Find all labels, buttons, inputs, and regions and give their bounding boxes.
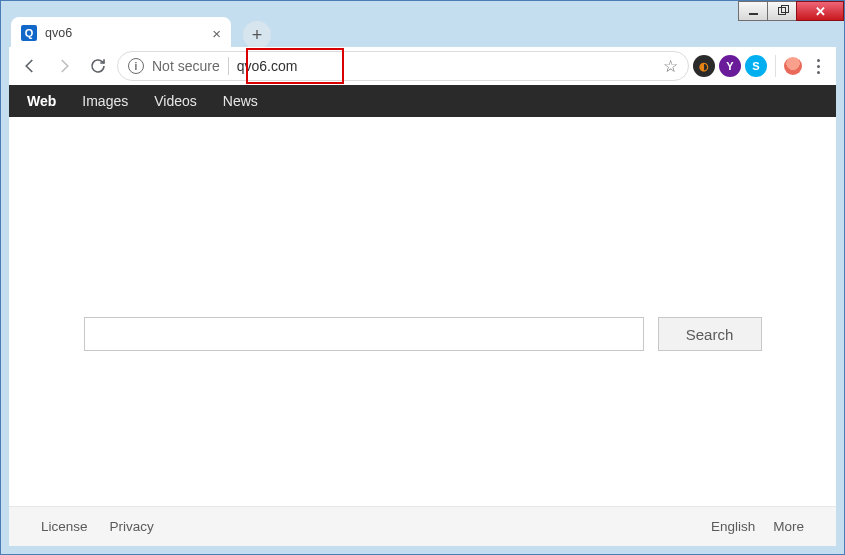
tab-title: qvo6 [45,26,72,40]
profile-avatar[interactable] [784,57,802,75]
footer-more[interactable]: More [773,519,804,534]
minimize-button[interactable] [738,1,768,21]
back-button[interactable] [15,51,45,81]
extension-icon-skype[interactable]: S [745,55,767,77]
browser-window: ✕ Q qvo6 × + i Not secure qvo6.com ☆ ◐ Y… [0,0,845,555]
site-info-icon[interactable]: i [128,58,144,74]
search-input[interactable] [84,317,644,351]
bookmark-star-icon[interactable]: ☆ [663,56,678,77]
reload-button[interactable] [83,51,113,81]
address-bar[interactable]: i Not secure qvo6.com ☆ [117,51,689,81]
window-controls: ✕ [739,1,844,21]
close-window-button[interactable]: ✕ [796,1,844,21]
site-nav: Web Images Videos News [9,85,836,117]
browser-menu-button[interactable] [806,59,830,74]
footer-language[interactable]: English [711,519,755,534]
forward-button[interactable] [49,51,79,81]
search-area: Search [9,317,836,351]
new-tab-button[interactable]: + [243,21,271,49]
nav-web[interactable]: Web [27,93,56,109]
page-content: Web Images Videos News Search License Pr… [9,85,836,546]
footer-privacy[interactable]: Privacy [110,519,154,534]
browser-tab[interactable]: Q qvo6 × [11,17,231,49]
browser-toolbar: i Not secure qvo6.com ☆ ◐ Y S [9,47,836,85]
tab-strip: Q qvo6 × + [11,15,834,49]
extension-icon-1[interactable]: ◐ [693,55,715,77]
page-footer: License Privacy English More [9,506,836,546]
footer-license[interactable]: License [41,519,88,534]
close-tab-icon[interactable]: × [212,26,221,41]
nav-news[interactable]: News [223,93,258,109]
toolbar-divider [775,55,776,77]
search-button[interactable]: Search [658,317,762,351]
url-text: qvo6.com [237,58,298,74]
security-label: Not secure [152,58,220,74]
separator [228,57,229,75]
extension-icon-yahoo[interactable]: Y [719,55,741,77]
nav-images[interactable]: Images [82,93,128,109]
nav-videos[interactable]: Videos [154,93,197,109]
maximize-button[interactable] [767,1,797,21]
favicon-icon: Q [21,25,37,41]
